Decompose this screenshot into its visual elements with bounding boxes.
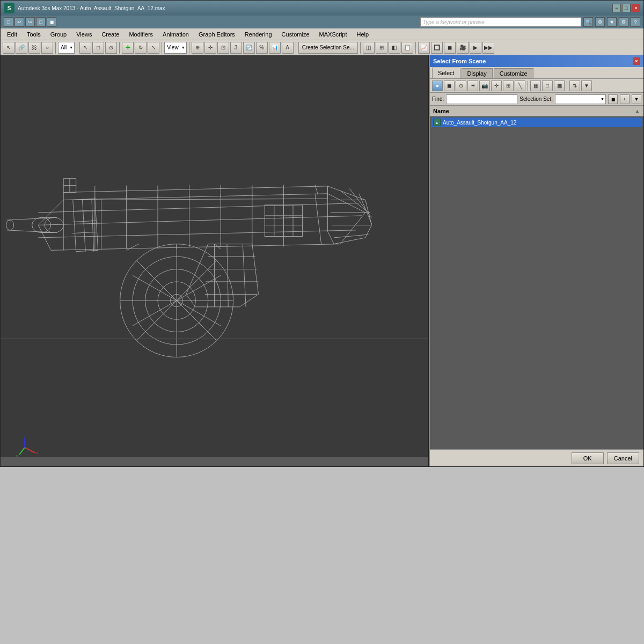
search-placeholder: Type a keyword or phrase (423, 19, 485, 25)
menu-group[interactable]: Group (46, 30, 71, 39)
menu-maxscript[interactable]: MAXScript (315, 30, 352, 39)
toolbar-small-btn-4[interactable]: □ (36, 17, 46, 27)
material-editor[interactable]: ◼ (444, 42, 456, 54)
viewport[interactable]: [ + ] [ Perspective ] [ Shaded + Edged F… (1, 55, 429, 466)
dt-shape-btn[interactable]: ⊙ (456, 80, 466, 91)
tab-display[interactable]: Display (462, 68, 493, 78)
menu-views[interactable]: Views (72, 30, 96, 39)
wireframe-view (1, 55, 428, 370)
menu-create[interactable]: Create (97, 30, 123, 39)
dt-select-none[interactable]: □ (542, 80, 553, 91)
minimize-button[interactable]: − (612, 4, 621, 12)
rect-select[interactable]: □ (92, 42, 104, 54)
dialog-title: Select From Scene (433, 58, 486, 64)
app-logo: S (4, 3, 14, 13)
unlink-tool[interactable]: ⛓ (28, 42, 40, 54)
search-bar: □ ↩ ↪ □ ◼ Type a keyword or phrase 🔍 ⚙ ★… (1, 16, 643, 28)
search-button[interactable]: 🔍 (583, 17, 593, 27)
align-view[interactable]: ◧ (389, 42, 400, 54)
select-tool[interactable]: ↖ (3, 42, 14, 54)
menu-rendering[interactable]: Rendering (240, 30, 276, 39)
curve-editor[interactable]: 📈 (418, 42, 430, 54)
find-input[interactable] (446, 94, 517, 104)
menu-graph-editors[interactable]: Graph Editors (194, 30, 239, 39)
dt-geo-btn[interactable]: ◼ (444, 80, 455, 91)
close-button[interactable]: × (632, 4, 640, 12)
list-item-icon: ▲ (433, 119, 441, 126)
link-tool[interactable]: 🔗 (16, 42, 27, 54)
menu-help[interactable]: Help (353, 30, 374, 39)
dt-select-all[interactable]: ▦ (530, 80, 541, 91)
maximize-button[interactable]: □ (622, 4, 631, 12)
menu-tools[interactable]: Tools (23, 30, 45, 39)
list-item-name: Auto_Assault_Shotgun_AA_12 (443, 120, 516, 126)
move-tool[interactable]: ✛ (122, 42, 134, 54)
magnet-btn[interactable]: 🔃 (243, 42, 255, 54)
percent-btn[interactable]: % (256, 42, 268, 54)
percent-snap[interactable]: ⊡ (217, 42, 229, 54)
dt-space-btn[interactable]: ⊞ (503, 80, 514, 91)
dialog-close-button[interactable]: × (633, 57, 640, 65)
dt-light-btn[interactable]: ☀ (467, 80, 478, 91)
find-tool-2[interactable]: + (620, 94, 630, 104)
timeline[interactable] (1, 457, 428, 466)
filter-dropdown[interactable]: All (58, 42, 75, 54)
cancel-button[interactable]: Cancel (607, 452, 639, 464)
toolbar-small-btn-1[interactable]: □ (4, 17, 13, 27)
dt-all-btn[interactable]: ● (432, 80, 443, 91)
spinner-snap[interactable]: 3 (230, 42, 242, 54)
dt-cam-btn[interactable]: 📷 (479, 80, 490, 91)
svg-line-77 (25, 448, 35, 453)
web-search-button[interactable]: ⚙ (595, 17, 605, 27)
toolbar-small-btn-2[interactable]: ↩ (14, 17, 24, 27)
fav-button[interactable]: ★ (607, 17, 617, 27)
toolbar-sep-1 (55, 42, 56, 54)
lasso-select[interactable]: ⊙ (105, 42, 117, 54)
app-title: Autodesk 3ds Max 2013 - Auto_Assault_Sho… (18, 5, 165, 11)
tab-customize[interactable]: Customize (494, 68, 533, 78)
toolbar-small-btn-5[interactable]: ◼ (47, 17, 56, 27)
list-item[interactable]: ▲ Auto_Assault_Shotgun_AA_12 (431, 118, 642, 127)
menu-edit[interactable]: Edit (3, 30, 21, 39)
view-dropdown[interactable]: View (164, 42, 187, 54)
scale-tool[interactable]: ⤡ (148, 42, 159, 54)
select-btn[interactable]: ↖ (79, 42, 91, 54)
tools-button[interactable]: ⚙ (619, 17, 628, 27)
render-setup[interactable]: 🎥 (457, 42, 469, 54)
quick-render[interactable]: ▶▶ (482, 42, 494, 54)
dt-bone-btn[interactable]: ╲ (515, 80, 525, 91)
svg-line-79 (19, 448, 25, 455)
find-tool-1[interactable]: ◼ (608, 94, 618, 104)
bind-tool[interactable]: ○ (41, 42, 53, 54)
mirror-tool[interactable]: ◫ (363, 42, 375, 54)
dt-filter-btn[interactable]: ▼ (581, 80, 592, 91)
render-btn[interactable]: ▶ (470, 42, 481, 54)
menu-customize[interactable]: Customize (277, 30, 314, 39)
toolbar-sep-5 (189, 42, 189, 54)
named-sel[interactable]: A (282, 42, 294, 54)
layer-mgr[interactable]: 📋 (401, 42, 413, 54)
help-button[interactable]: ? (631, 17, 640, 27)
toolbar-small-btn-3[interactable]: ↪ (25, 17, 35, 27)
search-input-wrap[interactable]: Type a keyword or phrase (420, 17, 581, 27)
dt-helper-btn[interactable]: ✛ (491, 80, 502, 91)
angle-snap[interactable]: ✛ (204, 42, 216, 54)
find-tool-3[interactable]: ▼ (632, 94, 641, 104)
tab-select[interactable]: Select (432, 68, 460, 78)
toolbar-sep-3 (119, 42, 120, 54)
selection-set-dropdown[interactable] (555, 94, 606, 104)
menu-modifiers[interactable]: Modifiers (125, 30, 157, 39)
menu-animation[interactable]: Animation (158, 30, 193, 39)
dt-invert-sel[interactable]: ▩ (554, 80, 565, 91)
ok-button[interactable]: OK (572, 452, 604, 464)
align-tool[interactable]: ⊞ (376, 42, 387, 54)
toolbar-sep-2 (77, 42, 77, 54)
dialog-list[interactable]: ▲ Auto_Assault_Shotgun_AA_12 (430, 116, 643, 449)
snap-toggle[interactable]: ⊕ (192, 42, 203, 54)
schematic-view[interactable]: 🔲 (431, 42, 443, 54)
dt-sort-name[interactable]: ⇅ (569, 80, 580, 91)
stat-sets[interactable]: 📊 (269, 42, 281, 54)
rotate-tool[interactable]: ↻ (135, 42, 147, 54)
main-area: [ + ] [ Perspective ] [ Shaded + Edged F… (1, 55, 643, 466)
create-selection-btn[interactable]: Create Selection Se... (298, 42, 358, 54)
